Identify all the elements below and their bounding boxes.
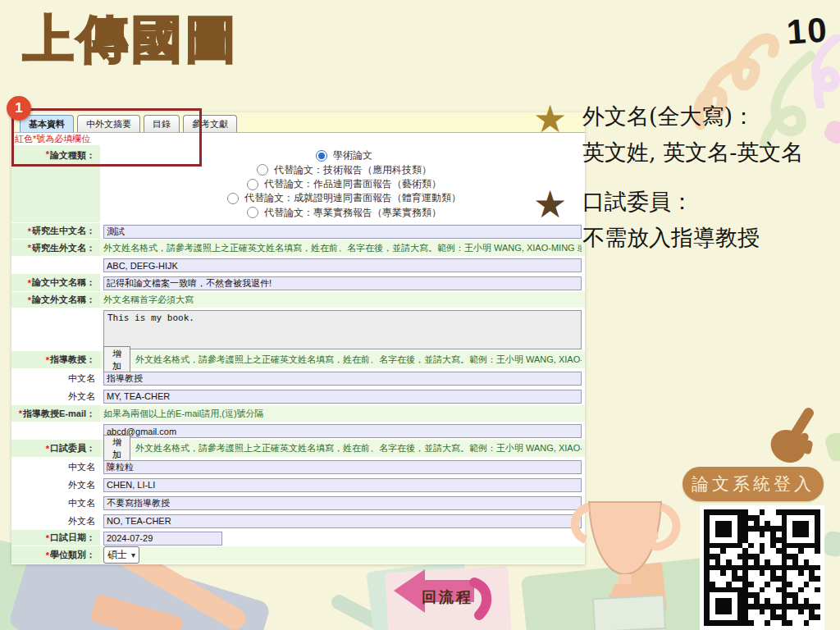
title-e-label: *論文外文名稱： [11, 292, 100, 308]
committee1-ename-input[interactable] [103, 478, 582, 492]
radio-achievement-report[interactable]: 代替論文：成就證明連同書面報告（體育運動類） [227, 191, 461, 205]
title-c-label: *論文中文名稱： [11, 274, 100, 292]
defense-date-input[interactable] [103, 532, 222, 546]
star-icon: ★ [533, 100, 567, 138]
advisor-cname-input[interactable] [103, 372, 582, 386]
radio-professional-report[interactable]: 代替論文：專業實務報告（專業實務類） [247, 206, 441, 220]
eraser-illustration [89, 593, 184, 630]
degree-select[interactable]: 碩士 ▾ [103, 546, 139, 564]
step-badge: 1 [7, 96, 31, 121]
radio-icon [247, 179, 258, 190]
tab-toc[interactable]: 目錄 [144, 115, 180, 132]
advisor-email-hint: 如果為兩個以上的E-mail請用,(逗)號分隔 [103, 408, 264, 420]
tab-abstract[interactable]: 中外文摘要 [77, 115, 140, 132]
pen-illustration [329, 592, 401, 630]
name-format-hint: 外文姓名格式，請參考護照上之正確英文姓名填寫，姓在前、名字在後，並請大寫。範例：… [103, 242, 582, 254]
required-mark: * [46, 149, 49, 159]
advisor-ename-input[interactable] [103, 390, 582, 404]
qr-code-pattern [704, 509, 820, 626]
degree-label: *學位類別： [11, 546, 100, 564]
committee2-ename-input[interactable] [103, 514, 582, 528]
chevron-down-icon: ▾ [131, 550, 135, 559]
student-cname-input[interactable] [103, 225, 582, 239]
committee1-cname-input[interactable] [103, 460, 582, 474]
qr-code [700, 505, 824, 630]
radio-selected-icon [316, 150, 327, 162]
bookmark-illustration [618, 562, 667, 615]
flow-back-label: 回流程 [422, 587, 473, 607]
title-c-input[interactable] [103, 276, 582, 290]
committee1-ename-label: 外文名 [11, 476, 100, 494]
required-note: 紅色*號為必填欄位 [11, 133, 585, 145]
advisor-cname-label: 中文名 [11, 369, 100, 387]
radio-academic-thesis[interactable]: 學術論文 [316, 148, 372, 162]
login-button[interactable]: 論文系統登入 [682, 467, 824, 501]
advisor-email-label: *指導教授E-mail： [11, 405, 100, 422]
student-ename-label: *研究生外文名： [11, 240, 100, 257]
student-cname-label: *研究生中文名： [11, 223, 100, 240]
annotation-foreign-name: 外文名(全大寫)： 英文姓, 英文名-英文名 [582, 98, 803, 171]
radio-icon [247, 207, 258, 218]
title-e-hint: 外文名稱首字必須大寫 [103, 294, 194, 306]
radio-icon [227, 193, 239, 204]
advisor-email-input[interactable] [103, 424, 582, 438]
page-number: 10 [786, 10, 830, 52]
name-format-hint: 外文姓名格式，請參考護照上之正確英文姓名填寫，姓在前、名字在後，並請大寫。範例：… [135, 354, 582, 366]
thesis-type-options: 學術論文 代替論文：技術報告（應用科技類） 代替論文：作品連同書面報告（藝術類）… [100, 145, 585, 223]
thesis-form-screenshot: 基本資料 中外文摘要 目錄 參考文獻 紅色*號為必填欄位 * 論文種類： 學術論… [11, 112, 585, 564]
flow-back-button[interactable]: 回流程 [392, 568, 499, 625]
radio-icon [257, 164, 268, 176]
title-e-textarea[interactable]: This is my book. [103, 310, 582, 349]
defense-date-label: *口試日期： [11, 530, 100, 546]
tab-bar: 基本資料 中外文摘要 目錄 參考文獻 [11, 112, 585, 133]
name-format-hint: 外文姓名格式，請參考護照上之正確英文姓名填寫，姓在前、名字在後，並請大寫。範例：… [135, 442, 582, 454]
tab-basic-info[interactable]: 基本資料 [20, 115, 74, 132]
page-title: 上傳國圖 [23, 5, 240, 74]
star-icon: ★ [533, 185, 567, 223]
annotation-committee: 口試委員： 不需放入指導教授 [582, 184, 760, 256]
student-ename-input[interactable] [103, 258, 582, 272]
advisor-label: *指導教授： [11, 351, 100, 369]
committee2-cname-input[interactable] [103, 496, 582, 510]
committee2-cname-label: 中文名 [11, 494, 100, 512]
thesis-type-label: * 論文種類： [11, 145, 100, 223]
radio-tech-report[interactable]: 代替論文：技術報告（應用科技類） [257, 162, 431, 176]
tab-references[interactable]: 參考文獻 [183, 115, 237, 132]
radio-artwork-report[interactable]: 代替論文：作品連同書面報告（藝術類） [247, 177, 441, 191]
pin-decoration [822, 118, 840, 146]
committee2-ename-label: 外文名 [11, 512, 100, 530]
hand-pointer-icon [756, 404, 830, 472]
committee1-cname-label: 中文名 [11, 458, 100, 476]
committee-label: *口試委員： [11, 440, 100, 458]
advisor-ename-label: 外文名 [11, 387, 100, 405]
slide: 上傳國圖 10 1 基本資料 中外文摘要 目錄 參考文獻 紅色*號為必填欄位 *… [0, 0, 840, 630]
